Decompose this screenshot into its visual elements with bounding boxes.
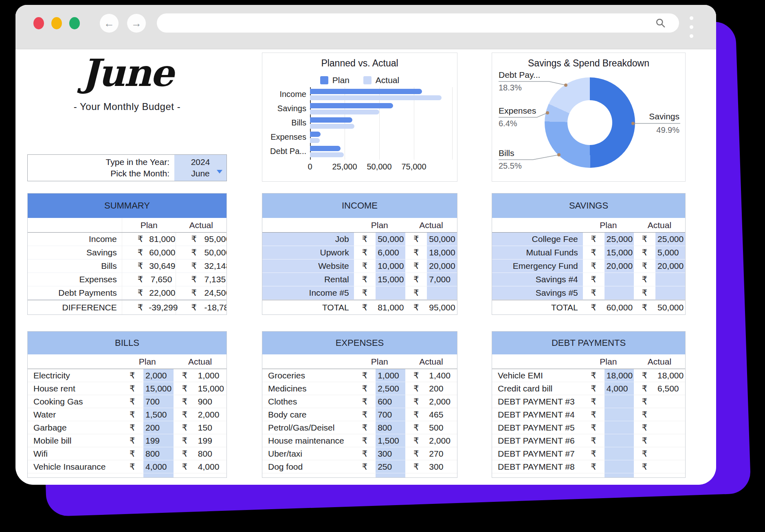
actual-cell[interactable]: 500 <box>427 421 457 434</box>
actual-cell[interactable]: 800 <box>196 447 226 460</box>
plan-cell[interactable]: ₹22,000 <box>122 286 176 300</box>
address-bar[interactable] <box>157 13 679 33</box>
actual-cell[interactable] <box>655 447 685 460</box>
plan-cell[interactable]: ₹-39,299 <box>122 300 176 315</box>
plan-cell[interactable]: 700 <box>376 408 405 421</box>
plan-cell[interactable]: 15,000 <box>605 246 634 259</box>
year-input[interactable]: 2024 <box>174 157 226 167</box>
actual-cell[interactable] <box>655 273 685 286</box>
plan-cell[interactable] <box>605 286 634 300</box>
plan-cell[interactable]: 1,500 <box>143 408 174 421</box>
plan-cell[interactable]: 2,500 <box>376 382 405 395</box>
savings-table: SAVINGS Plan Actual College Fee ₹ 25,000… <box>492 193 686 315</box>
actual-cell[interactable] <box>427 286 457 300</box>
plan-cell[interactable]: 4,000 <box>143 460 174 473</box>
plan-cell[interactable] <box>605 408 634 421</box>
row-label: Wifi <box>28 447 121 460</box>
plan-cell[interactable]: 1,500 <box>376 434 405 447</box>
row-label: DEBT PAYMENT #6 <box>492 434 583 447</box>
actual-cell[interactable]: 15,000 <box>196 382 226 395</box>
search-icon[interactable] <box>655 18 666 30</box>
actual-cell[interactable] <box>655 460 685 473</box>
actual-cell[interactable]: 2,000 <box>427 434 457 447</box>
actual-cell[interactable]: 18,000 <box>427 246 457 259</box>
forward-button[interactable]: → <box>127 14 146 33</box>
plan-cell[interactable] <box>605 395 634 408</box>
plan-cell[interactable]: ₹81,000 <box>122 233 176 246</box>
actual-cell[interactable]: 900 <box>196 395 226 408</box>
actual-cell[interactable] <box>655 408 685 421</box>
actual-cell[interactable]: 465 <box>427 408 457 421</box>
maximize-window-button[interactable] <box>69 17 80 29</box>
plan-cell[interactable]: 18,000 <box>605 369 634 382</box>
currency-symbol: ₹ <box>121 460 143 473</box>
actual-cell[interactable]: 50,000 <box>655 300 685 315</box>
row-label: Cooking Gas <box>28 395 121 408</box>
browser-menu-icon[interactable] <box>690 16 693 38</box>
actual-cell[interactable]: ₹-18,783 <box>176 300 227 315</box>
actual-cell[interactable]: ₹32,148 <box>176 259 227 273</box>
actual-cell[interactable]: 150 <box>196 421 226 434</box>
actual-cell[interactable]: 20,000 <box>655 259 685 273</box>
actual-cell[interactable]: 5,000 <box>655 246 685 259</box>
close-window-button[interactable] <box>33 17 44 29</box>
plan-cell[interactable]: ₹30,649 <box>122 259 176 273</box>
actual-cell[interactable]: 7,000 <box>427 273 457 286</box>
plan-cell[interactable]: 1,000 <box>376 369 405 382</box>
actual-cell[interactable]: 18,000 <box>655 369 685 382</box>
plan-cell[interactable]: 800 <box>376 421 405 434</box>
plan-cell[interactable] <box>605 273 634 286</box>
plan-cell[interactable]: 250 <box>376 460 405 473</box>
actual-cell[interactable] <box>655 434 685 447</box>
actual-cell[interactable]: 6,500 <box>655 382 685 395</box>
plan-cell[interactable] <box>605 421 634 434</box>
plan-cell[interactable]: 800 <box>143 447 174 460</box>
actual-cell[interactable]: ₹95,000 <box>176 233 227 246</box>
plan-cell[interactable]: 60,000 <box>605 300 634 315</box>
actual-cell[interactable]: 2,000 <box>196 408 226 421</box>
plan-cell[interactable]: 15,000 <box>143 382 174 395</box>
actual-cell[interactable]: 2,000 <box>427 395 457 408</box>
actual-cell[interactable]: 270 <box>427 447 457 460</box>
actual-cell[interactable]: 20,000 <box>427 259 457 273</box>
plan-cell[interactable]: 81,000 <box>376 300 405 315</box>
plan-cell[interactable]: 25,000 <box>605 233 634 246</box>
actual-cell[interactable]: 199 <box>196 434 226 447</box>
plan-cell[interactable]: 600 <box>376 395 405 408</box>
actual-cell[interactable] <box>655 395 685 408</box>
plan-cell[interactable] <box>605 460 634 473</box>
plan-cell[interactable]: 199 <box>143 434 174 447</box>
plan-cell[interactable]: 300 <box>376 447 405 460</box>
actual-cell[interactable]: 95,000 <box>427 300 457 315</box>
actual-cell[interactable]: 300 <box>427 460 457 473</box>
plan-cell[interactable]: ₹7,650 <box>122 273 176 286</box>
minimize-window-button[interactable] <box>51 17 62 29</box>
plan-cell[interactable]: 6,000 <box>376 246 405 259</box>
plan-cell[interactable] <box>376 286 405 300</box>
back-button[interactable]: ← <box>100 14 119 33</box>
plan-cell[interactable] <box>605 434 634 447</box>
actual-cell[interactable]: ₹7,135 <box>176 273 226 286</box>
actual-cell[interactable]: 200 <box>427 382 457 395</box>
plan-cell[interactable]: 15,000 <box>376 273 405 286</box>
actual-cell[interactable]: 1,400 <box>427 369 457 382</box>
plan-cell[interactable] <box>605 447 634 460</box>
actual-cell[interactable] <box>655 286 685 300</box>
plan-cell[interactable]: 4,000 <box>605 382 634 395</box>
dropdown-arrow-icon[interactable] <box>217 170 222 174</box>
plan-cell[interactable]: 700 <box>143 395 174 408</box>
actual-cell[interactable] <box>655 421 685 434</box>
actual-cell[interactable]: 50,000 <box>427 233 457 246</box>
plan-cell[interactable]: 2,000 <box>143 369 174 382</box>
actual-cell[interactable]: 1,000 <box>196 369 226 382</box>
plan-cell[interactable]: 50,000 <box>376 233 405 246</box>
plan-cell[interactable]: 10,000 <box>376 259 405 273</box>
actual-cell[interactable]: 25,000 <box>655 233 685 246</box>
actual-cell[interactable]: 4,000 <box>196 460 226 473</box>
plan-cell[interactable]: 20,000 <box>605 259 634 273</box>
plan-cell[interactable]: ₹60,000 <box>122 246 176 259</box>
plan-cell[interactable]: 200 <box>143 421 174 434</box>
actual-cell[interactable]: ₹50,000 <box>176 246 227 259</box>
row-label: DEBT PAYMENT #8 <box>492 460 583 473</box>
actual-cell[interactable]: ₹24,500 <box>176 286 227 300</box>
